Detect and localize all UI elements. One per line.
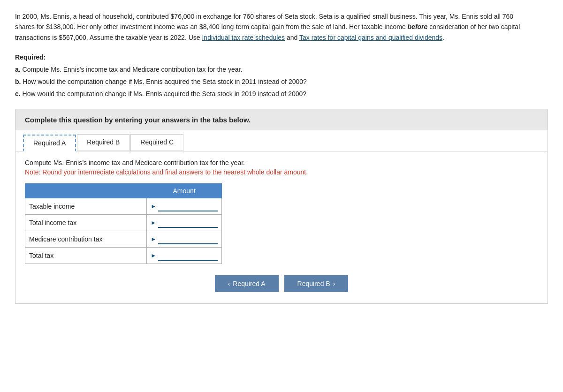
required-item-c: c. How would the computation change if M… (15, 89, 548, 100)
arrow-icon-1: ► (151, 203, 156, 210)
row-label-medicare-tax: Medicare contribution tax (25, 231, 147, 248)
arrow-icon-3: ► (151, 236, 156, 242)
table-row: Total income tax ► (25, 215, 222, 231)
prev-arrow-icon: ‹ (228, 280, 230, 287)
link-individual-tax[interactable]: Individual tax rate schedules (202, 34, 285, 41)
arrow-icon-4: ► (151, 252, 156, 259)
row-label-total-tax: Total tax (25, 248, 147, 264)
prev-button[interactable]: ‹ Required A (215, 275, 279, 292)
nav-buttons: ‹ Required A Required B › (25, 275, 538, 292)
complete-banner: Complete this question by entering your … (15, 109, 548, 130)
input-total-tax[interactable] (158, 250, 218, 261)
row-input-total-income-tax[interactable]: ► (147, 215, 222, 231)
tab-content-required-a: Compute Ms. Ennis’s income tax and Medic… (15, 151, 548, 303)
intro-paragraph: In 2000, Ms. Ennis, a head of household,… (15, 11, 531, 43)
table-col-label (25, 184, 147, 198)
required-label: Required: (15, 53, 46, 61)
required-item-b: b. How would the computation change if M… (15, 76, 548, 88)
tabs-container: Required A Required B Required C Compute… (15, 130, 548, 304)
intro-text-3: and (285, 34, 299, 41)
next-arrow-icon: › (333, 280, 335, 287)
table-row: Taxable income ► (25, 198, 222, 215)
data-table: Amount Taxable income ► Total income tax (25, 183, 222, 264)
row-label-taxable-income: Taxable income (25, 198, 147, 215)
intro-text-4: . (442, 34, 444, 41)
required-item-a: a. Compute Ms. Ennis's income tax and Me… (15, 64, 548, 75)
tab-note: Note: Round your intermediate calculatio… (25, 168, 538, 176)
table-row: Total tax ► (25, 248, 222, 264)
tab-required-b[interactable]: Required B (77, 134, 129, 151)
row-input-medicare-tax[interactable]: ► (147, 231, 222, 248)
row-input-total-tax[interactable]: ► (147, 248, 222, 264)
tab-instruction: Compute Ms. Ennis’s income tax and Medic… (25, 159, 538, 166)
tab-required-c[interactable]: Required C (130, 134, 183, 151)
tab-required-a[interactable]: Required A (23, 135, 76, 151)
table-row: Medicare contribution tax ► (25, 231, 222, 248)
tabs-row: Required A Required B Required C (15, 130, 548, 151)
required-section: Required: a. Compute Ms. Ennis's income … (15, 52, 548, 99)
input-medicare-tax[interactable] (158, 234, 218, 244)
input-total-income-tax[interactable] (158, 218, 218, 228)
next-button-label: Required B (297, 280, 330, 287)
table-col-amount: Amount (147, 184, 222, 198)
row-input-taxable-income[interactable]: ► (147, 198, 222, 215)
input-taxable-income[interactable] (158, 201, 218, 211)
next-button[interactable]: Required B › (284, 275, 349, 292)
row-label-total-income-tax: Total income tax (25, 215, 147, 231)
arrow-icon-2: ► (151, 219, 156, 226)
prev-button-label: Required A (233, 280, 265, 287)
link-capital-gains[interactable]: Tax rates for capital gains and qualifie… (299, 34, 442, 41)
